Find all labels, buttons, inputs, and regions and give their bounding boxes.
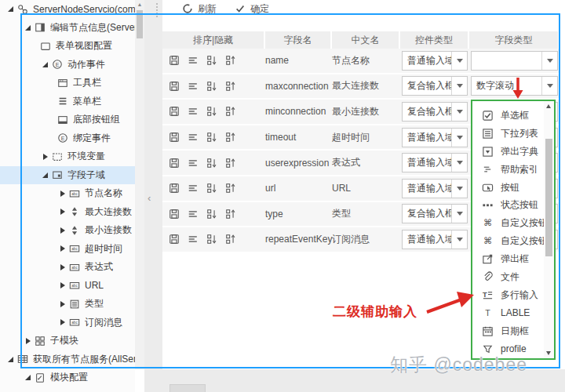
dropdown-item[interactable]: profile <box>472 340 554 358</box>
refresh-button[interactable]: 刷新 <box>181 2 217 16</box>
tree-item[interactable]: 编辑节点信息(ServerNod <box>0 19 135 38</box>
expand-arrow-icon[interactable] <box>56 245 68 252</box>
row-sort-up-button[interactable] <box>224 55 236 67</box>
tree-item[interactable]: 最大连接数 <box>0 203 135 222</box>
panel-splitter[interactable] <box>144 0 162 369</box>
dropdown-item[interactable]: ⌘自定义按钮 <box>472 232 554 250</box>
tree-item[interactable]: 工具栏 <box>0 74 135 93</box>
dropdown-item[interactable]: 下拉列表 <box>472 125 554 143</box>
row-sort-down-button[interactable] <box>206 208 217 220</box>
chevron-down-icon[interactable] <box>541 52 557 70</box>
field-type-select[interactable]: 数字滚动 <box>471 76 558 96</box>
tree-item[interactable]: E动作事件 <box>0 56 135 74</box>
dropdown-scrollbar[interactable] <box>544 101 554 358</box>
row-sort-down-button[interactable] <box>206 80 217 92</box>
dropdown-item[interactable]: 弹出框 <box>472 250 554 268</box>
dropdown-item[interactable]: 文件 <box>472 268 554 286</box>
row-sort-up-button[interactable] <box>224 157 236 169</box>
row-save-button[interactable] <box>168 80 180 92</box>
control-type-select[interactable]: 复合输入框 <box>402 76 468 96</box>
tree-item[interactable]: abc超时时间 <box>0 240 135 259</box>
row-sort-up-button[interactable] <box>224 132 236 143</box>
dropdown-item[interactable]: ⌘自定义按钮组 <box>472 214 554 232</box>
row-sort-up-button[interactable] <box>224 106 236 118</box>
bottom-tab[interactable] <box>170 384 206 392</box>
row-sort-up-button[interactable] <box>224 80 236 92</box>
row-sort-down-button[interactable] <box>206 55 217 67</box>
scrollbar-thumb[interactable] <box>137 10 143 38</box>
tree-item[interactable]: 类型 <box>0 295 135 314</box>
tree-item[interactable]: 模块配置 <box>0 368 135 387</box>
row-sort-down-button[interactable] <box>206 183 217 194</box>
row-justify-button[interactable] <box>187 208 199 220</box>
chevron-down-icon[interactable] <box>451 77 467 95</box>
row-sort-up-button[interactable] <box>224 183 236 194</box>
row-save-button[interactable] <box>168 132 180 143</box>
collapse-panel-chevron-icon[interactable]: ‹ <box>148 191 157 205</box>
tree-item[interactable]: 菜单栏 <box>0 93 135 111</box>
tree-item[interactable]: abc订阅消息 <box>0 314 135 332</box>
chevron-down-icon[interactable] <box>451 154 467 172</box>
row-justify-button[interactable] <box>187 157 199 169</box>
tree-item[interactable]: 表单视图配置 <box>0 37 135 56</box>
control-type-select[interactable]: 复合输入框 <box>402 204 468 223</box>
dropdown-item[interactable]: 帮助索引 <box>472 161 554 179</box>
chevron-down-icon[interactable] <box>451 230 467 249</box>
scrollbar-thumb[interactable] <box>545 139 552 256</box>
tree-item[interactable]: 获取所有节点服务(AllSer <box>0 350 135 369</box>
expand-arrow-icon[interactable] <box>22 375 34 380</box>
chevron-down-icon[interactable] <box>451 103 467 121</box>
row-justify-button[interactable] <box>187 80 199 92</box>
control-type-select[interactable]: 普通输入域 <box>402 51 468 71</box>
tree-item[interactable]: 子模块 <box>0 332 135 350</box>
control-type-select[interactable]: 复合输入框 <box>402 102 468 122</box>
expand-arrow-icon[interactable] <box>56 301 68 307</box>
confirm-button[interactable]: 确定 <box>234 2 269 16</box>
row-sort-down-button[interactable] <box>206 132 217 143</box>
tree-item[interactable]: 底部按钮组 <box>0 111 135 129</box>
expand-arrow-icon[interactable] <box>56 282 68 289</box>
control-type-select[interactable]: 普通输入域 <box>402 179 468 198</box>
row-justify-button[interactable] <box>187 132 199 143</box>
expand-arrow-icon[interactable] <box>56 319 68 325</box>
dropdown-item[interactable]: 单选框 <box>472 107 554 125</box>
expand-arrow-icon[interactable] <box>39 62 51 67</box>
row-sort-down-button[interactable] <box>206 106 217 118</box>
tree-item[interactable]: abc表达式 <box>0 258 135 277</box>
row-sort-down-button[interactable] <box>206 157 217 169</box>
row-sort-up-button[interactable] <box>224 234 236 245</box>
expand-arrow-icon[interactable] <box>56 209 68 215</box>
row-justify-button[interactable] <box>187 106 199 118</box>
scroll-up-icon[interactable] <box>546 104 551 108</box>
row-sort-down-button[interactable] <box>206 234 217 245</box>
tree-item[interactable]: 最小连接数 <box>0 221 135 240</box>
row-justify-button[interactable] <box>187 183 199 194</box>
expand-arrow-icon[interactable] <box>22 25 34 31</box>
expand-arrow-icon[interactable] <box>39 154 51 160</box>
control-type-select[interactable]: 普通输入域 <box>402 230 468 249</box>
tree-item[interactable]: E绑定事件 <box>0 129 135 148</box>
control-type-select[interactable]: 普通输入域 <box>402 153 468 172</box>
field-type-select[interactable] <box>471 51 558 71</box>
row-save-button[interactable] <box>168 183 180 194</box>
row-save-button[interactable] <box>168 157 180 169</box>
expand-arrow-icon[interactable] <box>5 357 16 362</box>
chevron-down-icon[interactable] <box>451 52 467 70</box>
chevron-down-icon[interactable] <box>451 129 467 147</box>
scroll-up-icon[interactable]: ▲ <box>137 2 143 8</box>
expand-arrow-icon[interactable] <box>5 6 16 12</box>
row-justify-button[interactable] <box>187 234 199 245</box>
expand-arrow-icon[interactable] <box>56 227 68 234</box>
dropdown-item[interactable]: 按钮 <box>472 179 554 197</box>
tree-item[interactable]: abcURL <box>0 277 135 296</box>
expand-arrow-icon[interactable] <box>56 191 68 197</box>
tree-item[interactable]: ServerNodeServcio(com.ds.s <box>0 0 135 19</box>
tree-item[interactable]: abc节点名称 <box>0 184 135 203</box>
dropdown-item[interactable]: T多行输入 <box>472 286 554 304</box>
row-save-button[interactable] <box>168 208 180 220</box>
scroll-down-icon[interactable] <box>546 351 551 355</box>
tree-item[interactable]: 字段子域 <box>0 166 135 185</box>
tree-scrollbar[interactable]: ▲ <box>135 0 144 369</box>
control-type-select[interactable]: 普通输入域 <box>402 128 468 147</box>
dropdown-item[interactable]: 状态按钮 <box>472 196 554 214</box>
